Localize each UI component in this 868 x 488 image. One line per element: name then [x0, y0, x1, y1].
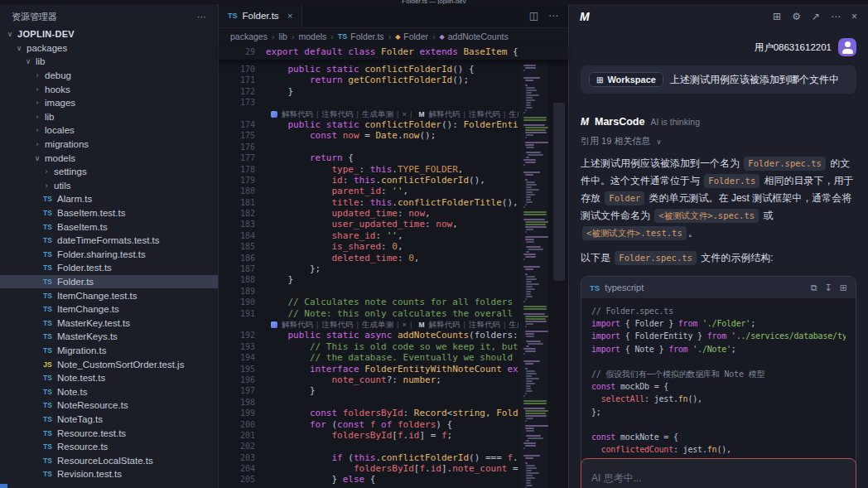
- tree-file-Note_CustomSortOrder.test.js[interactable]: JSNote_CustomSortOrder.test.js: [0, 357, 218, 371]
- new-chat-icon[interactable]: ⊞: [773, 11, 781, 22]
- code-line[interactable]: 181 title: this.conflictFolderTitle(),: [219, 197, 568, 208]
- explorer-more-icon[interactable]: ⋯: [197, 12, 206, 22]
- tree-folder-packages[interactable]: ∨packages: [0, 41, 218, 56]
- code-line[interactable]: 172 }: [219, 86, 568, 97]
- code-line[interactable]: 176: [219, 142, 568, 152]
- tree-folder-locales[interactable]: ›locales: [0, 123, 218, 138]
- code-line[interactable]: 201 foldersById[f.id] = f;: [219, 430, 568, 441]
- tree-file-BaseItem.ts[interactable]: TSBaseItem.ts: [0, 220, 218, 234]
- close-icon[interactable]: ×: [851, 11, 857, 22]
- tree-folder-images[interactable]: ›images: [0, 96, 218, 110]
- codelens-row[interactable]: 解释代码|注释代码|生成单测|×|M解释代码|注释代码|生成单测|×: [219, 109, 568, 119]
- share-icon[interactable]: ↗: [812, 11, 820, 22]
- tree-folder-settings[interactable]: ›settings: [0, 165, 218, 179]
- chat-input[interactable]: [581, 458, 856, 488]
- tree-file-ItemChange.test.ts[interactable]: TSItemChange.test.ts: [0, 288, 218, 302]
- codelens-explain[interactable]: 解释代码: [282, 109, 313, 118]
- code-line[interactable]: 184 share_id: '',: [219, 230, 568, 241]
- copy-icon[interactable]: ⧉: [811, 283, 817, 293]
- code-line[interactable]: 204 foldersById[f.id].note_count = await…: [219, 463, 568, 474]
- code-line[interactable]: 190 // Calculates note counts for all fo…: [219, 297, 568, 307]
- breadcrumb-item-Folder[interactable]: ◆Folder: [395, 31, 428, 41]
- code-line[interactable]: 200 for (const f of folders) {: [219, 419, 568, 430]
- codelens-row[interactable]: 解释代码|注释代码|生成单测|×|M解释代码|注释代码|生成单测|×: [219, 319, 568, 330]
- code-line[interactable]: 180 parent_id: '',: [219, 186, 568, 196]
- code-line[interactable]: 199 const foldersById: Record<string, Fo…: [219, 408, 568, 418]
- code-line[interactable]: 197 }: [219, 385, 568, 396]
- code-line[interactable]: 182 updated_time: now,: [219, 208, 568, 219]
- tree-file-Folder.sharing.test.ts[interactable]: TSFolder.sharing.test.ts: [0, 248, 218, 262]
- breadcrumb-item-packages[interactable]: packages: [230, 31, 268, 41]
- code-line[interactable]: 177 return {: [219, 152, 568, 163]
- tree-folder-hooks[interactable]: ›hooks: [0, 82, 218, 96]
- tab-folder-ts[interactable]: TS Folder.ts ×: [219, 4, 302, 27]
- tab-close-icon[interactable]: ×: [287, 11, 293, 21]
- code-line[interactable]: 173: [219, 97, 568, 108]
- new-file-icon[interactable]: ⊞: [840, 283, 847, 293]
- sticky-scroll-line[interactable]: 29 export default class Folder extends B…: [219, 45, 568, 60]
- breadcrumb-item-Folder.ts[interactable]: TSFolder.ts: [338, 31, 384, 41]
- tree-file-Folder.test.ts[interactable]: TSFolder.test.ts: [0, 261, 218, 275]
- insert-code-icon[interactable]: ↧: [825, 283, 832, 293]
- breadcrumb-item-addNoteCounts[interactable]: ◆addNoteCounts: [440, 31, 509, 41]
- codelens-explain[interactable]: 解释代码: [429, 320, 461, 329]
- tree-file-MasterKey.test.ts[interactable]: TSMasterKey.test.ts: [0, 316, 218, 330]
- tree-folder-models[interactable]: ∨models: [0, 151, 218, 165]
- tree-file-Folder.ts[interactable]: TSFolder.ts: [0, 275, 218, 289]
- code-line[interactable]: 171 return getConflictFolderId();: [219, 75, 568, 85]
- code-line[interactable]: 174 public static conflictFolder(): Fold…: [219, 119, 568, 130]
- split-editor-icon[interactable]: ◫: [529, 10, 538, 22]
- tree-folder-lib[interactable]: ∨lib: [0, 55, 218, 69]
- tree-file-Migration.ts[interactable]: TSMigration.ts: [0, 344, 218, 358]
- tree-file-ResourceLocalState.ts[interactable]: TSResourceLocalState.ts: [0, 453, 218, 467]
- code-line[interactable]: 170 public static conflictFolderId() {: [219, 64, 568, 75]
- code-line[interactable]: 205 } else {: [219, 474, 568, 485]
- tree-file-NoteTag.ts[interactable]: TSNoteTag.ts: [0, 413, 218, 427]
- editor-more-icon[interactable]: ⋯: [548, 10, 558, 22]
- code-line[interactable]: 191 // Note: this only calculates the ov…: [219, 308, 568, 319]
- more-icon[interactable]: ⋯: [831, 11, 841, 22]
- code-line[interactable]: 189: [219, 286, 568, 297]
- workspace-chip[interactable]: ⊞ Workspace: [589, 72, 663, 87]
- code-line[interactable]: 186 deleted_time: 0,: [219, 253, 568, 263]
- code-line[interactable]: 203 if (this.conflictFolderId() === f.id…: [219, 452, 568, 463]
- scrollbar-thumb[interactable]: [553, 103, 565, 281]
- tree-file-Note.test.ts[interactable]: TSNote.test.ts: [0, 371, 218, 385]
- codelens-close-icon[interactable]: ×: [402, 320, 407, 329]
- codelens-comment[interactable]: 注释代码: [469, 320, 500, 329]
- tree-folder-lib[interactable]: ›lib: [0, 110, 218, 124]
- tree-file-ItemChange.ts[interactable]: TSItemChange.ts: [0, 302, 218, 316]
- code-line[interactable]: 192 public static async addNoteCounts(fo…: [219, 330, 568, 341]
- codelens-comment[interactable]: 注释代码: [321, 320, 353, 329]
- code-line[interactable]: 194 // the database. Eventually we shoul…: [219, 352, 568, 363]
- codelens-close-icon[interactable]: ×: [402, 109, 407, 118]
- minimap[interactable]: [520, 64, 548, 488]
- tree-folder-utils[interactable]: ›utils: [0, 179, 218, 193]
- code-line[interactable]: 195 interface FolderEntityWithNoteCount …: [219, 364, 568, 374]
- code-line[interactable]: 175 const now = Date.now();: [219, 130, 568, 141]
- codelens-gen-test[interactable]: 生成单测: [509, 320, 518, 329]
- tree-folder-JOPLIN-DEV[interactable]: ∨JOPLIN-DEV: [0, 27, 218, 41]
- code-line[interactable]: 193 // This is old code so we keep it, b…: [219, 341, 568, 352]
- code-line[interactable]: 179 id: this.conflictFolderId(),: [219, 175, 568, 186]
- tree-file-BaseItem.test.ts[interactable]: TSBaseItem.test.ts: [0, 206, 218, 220]
- tree-file-dateTimeFormats.test.ts[interactable]: TSdateTimeFormats.test.ts: [0, 234, 218, 248]
- breadcrumb-item-lib[interactable]: lib: [278, 31, 287, 41]
- code-line[interactable]: 202: [219, 441, 568, 452]
- tree-folder-migrations[interactable]: ›migrations: [0, 138, 218, 152]
- tree-file-Resource.ts[interactable]: TSResource.ts: [0, 440, 218, 454]
- codelens-explain[interactable]: 解释代码: [282, 320, 313, 329]
- tree-file-Revision.test.ts[interactable]: TSRevision.test.ts: [0, 467, 218, 481]
- tree-file-Note.ts[interactable]: TSNote.ts: [0, 384, 218, 399]
- code-line[interactable]: 185 is_shared: 0,: [219, 241, 568, 252]
- code-line[interactable]: 198: [219, 397, 568, 408]
- tree-folder-debug[interactable]: ›debug: [0, 69, 218, 83]
- code-area[interactable]: 170 public static conflictFolderId() {17…: [219, 60, 568, 488]
- code-line[interactable]: 187 };: [219, 263, 568, 274]
- references-toggle[interactable]: 引用 19 相关信息 ∨: [581, 135, 856, 147]
- editor-scrollbar[interactable]: [548, 60, 568, 488]
- code-line[interactable]: 178 type_: this.TYPE_FOLDER,: [219, 164, 568, 175]
- tree-file-MasterKeys.ts[interactable]: TSMasterKeys.ts: [0, 330, 218, 344]
- codelens-gen-test[interactable]: 生成单测: [362, 320, 393, 329]
- code-line[interactable]: 183 user_updated_time: now,: [219, 219, 568, 230]
